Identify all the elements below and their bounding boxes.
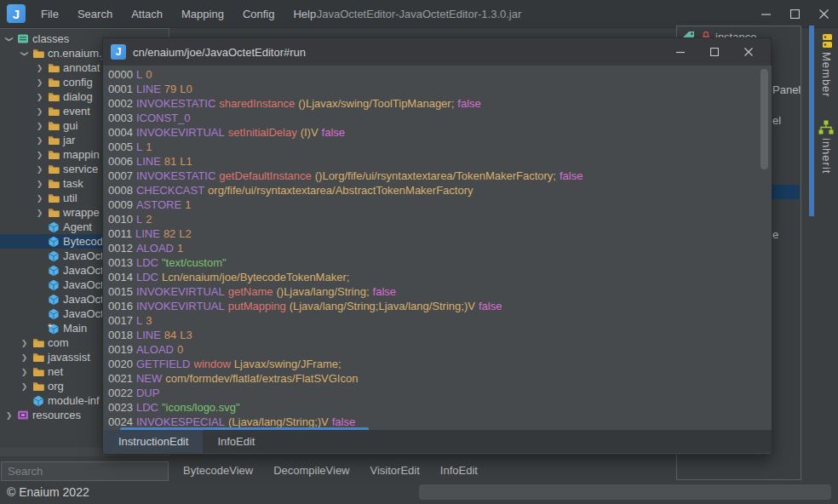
instruction-line[interactable]: 0020GETFIELDwindowLjavax/swing/JFrame; — [108, 357, 772, 371]
token-name: setInitialDelay — [228, 126, 297, 139]
tree-item-label: Main — [60, 322, 87, 335]
instruction-address: 0010 — [108, 213, 133, 226]
chevron-down-icon[interactable]: ❯ — [5, 32, 14, 46]
chevron-right-icon[interactable]: ❯ — [32, 151, 47, 159]
tree-item-label: mappin — [60, 148, 100, 161]
token-num: L2 — [179, 227, 191, 240]
tree-item-label: net — [45, 365, 63, 378]
token-op: ICONST_0 — [136, 112, 191, 124]
side-toolbar: Member inherit — [814, 28, 838, 504]
instruction-vertical-scrollbar[interactable] — [761, 69, 768, 169]
member-toolbar-button[interactable]: Member — [814, 28, 838, 98]
instruction-line[interactable]: 0005L1 — [108, 140, 772, 154]
folder-icon — [32, 367, 45, 377]
instruction-line[interactable]: 0004INVOKEVIRTUALsetInitialDelay(I)Vfals… — [108, 125, 772, 140]
instruction-line[interactable]: 0021NEWcom/formdev/flatlaf/extras/FlatSV… — [108, 371, 772, 386]
instruction-line[interactable]: 0016INVOKEVIRTUALputMapping(Ljava/lang/S… — [108, 299, 772, 313]
chevron-down-icon[interactable]: ❯ — [20, 46, 29, 60]
chevron-right-icon[interactable]: ❯ — [32, 194, 47, 203]
instruction-line[interactable]: 0003ICONST_0 — [108, 111, 772, 125]
token-desc: (Ljava/lang/String;Ljava/lang/String;)V — [290, 300, 475, 312]
instruction-line[interactable]: 0008CHECKCASTorg/fife/ui/rsyntaxtextarea… — [108, 183, 772, 198]
menu-file[interactable]: File — [32, 0, 68, 28]
dialog-minimize-button[interactable] — [663, 38, 697, 66]
tree-item-label: JavaOct — [60, 307, 104, 320]
instruction-address: 0000 — [108, 68, 133, 81]
editor-tab-bytecodeview[interactable]: BytecodeView — [183, 464, 253, 477]
instruction-line[interactable]: 0011LINE82L2 — [108, 226, 772, 241]
chevron-right-icon[interactable]: ❯ — [32, 209, 47, 217]
instruction-line[interactable]: 0006LINE81L1 — [108, 154, 772, 169]
token-num: L0 — [180, 83, 192, 95]
chevron-right-icon[interactable]: ❯ — [32, 78, 47, 87]
member-panel-item[interactable]: Panel — [772, 83, 801, 96]
svg-text:✳: ✳ — [48, 323, 53, 329]
tree-item-label: resources — [30, 409, 81, 421]
chevron-right-icon[interactable]: ❯ — [17, 382, 32, 391]
instruction-line[interactable]: 0000L0 — [108, 67, 772, 82]
dialog-maximize-button[interactable] — [697, 38, 732, 66]
instruction-line[interactable]: 0013LDC"text/custom" — [108, 255, 772, 270]
instruction-address: 0014 — [108, 271, 133, 284]
instruction-line[interactable]: 0015INVOKEVIRTUALgetName()Ljava/lang/Str… — [108, 284, 772, 299]
minimize-icon — [761, 9, 771, 19]
chevron-right-icon[interactable]: ❯ — [32, 64, 47, 72]
token-num: 0 — [146, 68, 152, 81]
editor-tab-decompileview[interactable]: DecompileView — [273, 464, 349, 477]
close-button[interactable] — [809, 0, 838, 28]
chevron-right-icon[interactable]: ❯ — [2, 411, 16, 420]
chevron-right-icon[interactable]: ❯ — [32, 180, 47, 188]
menu-attach[interactable]: Attach — [122, 0, 172, 28]
chevron-right-icon[interactable]: ❯ — [32, 165, 47, 174]
chevron-right-icon[interactable]: ❯ — [17, 368, 32, 376]
dialog-tab-instructionedit[interactable]: InstructionEdit — [104, 430, 203, 453]
minimize-icon — [676, 48, 685, 56]
instruction-line[interactable]: 0022DUP — [108, 386, 772, 400]
menu-search[interactable]: Search — [68, 0, 122, 28]
instruction-line[interactable]: 0018LINE84L3 — [108, 328, 772, 342]
search-input[interactable] — [1, 461, 169, 481]
editor-tab-infoedit[interactable]: InfoEdit — [440, 464, 478, 477]
dialog-close-button[interactable] — [732, 38, 766, 66]
folder-icon — [32, 381, 45, 392]
token-op: LINE — [136, 155, 161, 168]
token-desc: ()Lorg/fife/ui/rsyntaxtextarea/TokenMake… — [315, 169, 556, 182]
chevron-right-icon[interactable]: ❯ — [32, 107, 47, 116]
chevron-right-icon[interactable]: ❯ — [32, 122, 47, 130]
token-num: 81 — [164, 155, 176, 168]
instruction-line[interactable]: 0023LDC"icons/logo.svg" — [108, 400, 772, 415]
inherit-toolbar-button[interactable]: inherit — [814, 115, 838, 174]
chevron-right-icon[interactable]: ❯ — [17, 339, 32, 347]
token-op: CHECKCAST — [136, 184, 204, 197]
instruction-line[interactable]: 0017L3 — [108, 313, 772, 328]
token-kw: false — [457, 97, 480, 110]
instruction-line[interactable]: 0010L2 — [108, 212, 772, 226]
instruction-line[interactable]: 0007INVOKESTATICgetDefaultInstance()Lorg… — [108, 169, 772, 183]
chevron-right-icon[interactable]: ❯ — [32, 93, 47, 101]
editor-tab-visitoredit[interactable]: VisitorEdit — [370, 464, 420, 477]
instruction-line[interactable]: 0002INVOKESTATICsharedInstance()Ljavax/s… — [108, 96, 772, 111]
folder-icon — [47, 150, 60, 160]
menu-bar: FileSearchAttachMappingConfigHelp — [32, 0, 325, 27]
menu-mapping[interactable]: Mapping — [172, 0, 233, 28]
tree-item-label: cn.enaium.j — [45, 47, 104, 60]
instruction-line[interactable]: 0009ASTORE1 — [108, 198, 772, 212]
instruction-line[interactable]: 0014LDCLcn/enaium/joe/BytecodeTokenMaker… — [108, 270, 772, 284]
folder-icon — [32, 49, 45, 59]
token-desc: (I)V — [301, 126, 319, 139]
instruction-line[interactable]: 0019ALOAD0 — [108, 342, 772, 357]
instruction-line[interactable]: 0012ALOAD1 — [108, 241, 772, 255]
chevron-right-icon[interactable]: ❯ — [32, 136, 47, 145]
folder-icon — [47, 92, 60, 102]
member-panel-item[interactable]: e — [772, 228, 778, 241]
token-num: L3 — [180, 329, 192, 341]
maximize-button[interactable] — [780, 0, 809, 28]
minimize-button[interactable] — [751, 0, 780, 28]
dialog-tab-infoedit[interactable]: InfoEdit — [203, 430, 269, 453]
chevron-right-icon[interactable]: ❯ — [17, 353, 32, 362]
instruction-line[interactable]: 0001LINE79L0 — [108, 82, 772, 96]
classes-root-icon — [16, 33, 30, 44]
progress-bar — [419, 484, 831, 500]
menu-config[interactable]: Config — [233, 0, 284, 28]
member-panel-item[interactable]: el — [772, 114, 781, 127]
